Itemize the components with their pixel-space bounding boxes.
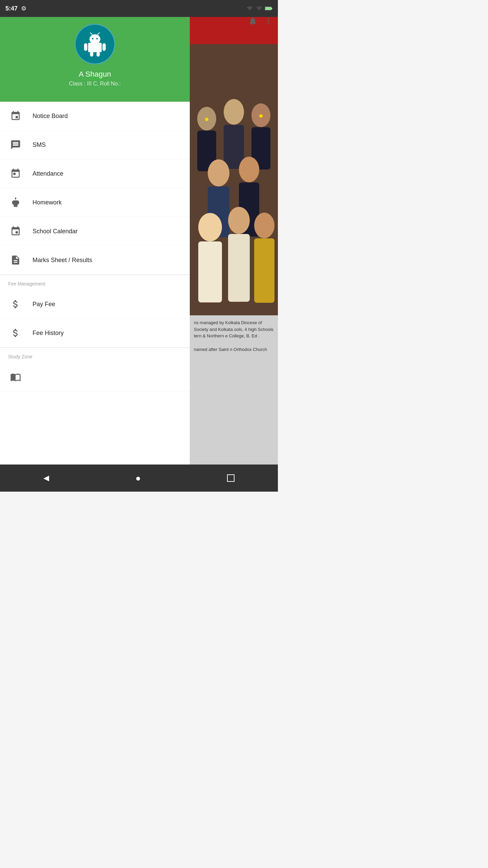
svg-rect-20	[271, 8, 272, 9]
svg-point-9	[239, 157, 259, 182]
more-options-icon[interactable]	[264, 17, 272, 27]
sidebar-item-homework[interactable]: Homework	[0, 188, 190, 217]
homework-label: Homework	[33, 199, 62, 206]
svg-point-26	[96, 38, 98, 40]
svg-rect-30	[102, 43, 106, 51]
svg-rect-21	[265, 7, 271, 9]
avatar	[75, 24, 115, 64]
marks-sheet-icon	[8, 253, 23, 268]
svg-rect-12	[198, 241, 222, 302]
svg-point-17	[205, 118, 208, 121]
pay-fee-icon	[8, 297, 23, 312]
study-zone-section-header: Study Zone	[0, 348, 190, 363]
svg-point-11	[198, 213, 222, 241]
notice-board-label: Notice Board	[33, 113, 68, 120]
svg-rect-23	[88, 43, 102, 52]
fee-history-label: Fee History	[33, 330, 64, 337]
bottom-nav: ◀ ●	[0, 465, 278, 492]
sidebar-item-marks-sheet[interactable]: Marks Sheet / Results	[0, 246, 190, 275]
school-calendar-label: School Calendar	[33, 228, 78, 235]
marks-sheet-label: Marks Sheet / Results	[33, 257, 92, 264]
menu-list: Notice Board SMS Attendance	[0, 102, 190, 492]
svg-rect-29	[84, 43, 87, 51]
notification-icon[interactable]	[248, 16, 258, 28]
school-calendar-icon	[8, 224, 23, 239]
svg-point-25	[92, 38, 94, 40]
home-button[interactable]: ●	[136, 473, 141, 484]
attendance-icon	[8, 166, 23, 181]
svg-point-13	[228, 207, 250, 234]
study-icon	[8, 370, 23, 384]
svg-rect-16	[254, 238, 274, 303]
svg-point-18	[259, 114, 263, 118]
svg-point-3	[224, 99, 244, 125]
fee-management-section-header: Fee Management	[0, 275, 190, 290]
recents-button[interactable]	[227, 474, 235, 482]
status-time: 5:47	[5, 5, 18, 12]
navigation-drawer: A Shagun Class : III C, Roll No.: Notice…	[0, 0, 190, 492]
homework-icon	[8, 195, 23, 210]
message-icon	[8, 137, 23, 152]
sms-label: SMS	[33, 141, 46, 149]
sidebar-item-school-calendar[interactable]: School Calendar	[0, 217, 190, 246]
svg-rect-32	[97, 52, 100, 56]
sidebar-item-pay-fee[interactable]: Pay Fee	[0, 290, 190, 319]
settings-icon: ⚙	[21, 5, 26, 12]
status-bar: 5:47 ⚙	[0, 0, 278, 17]
signal-icon	[256, 5, 262, 12]
pin-icon	[8, 108, 23, 123]
attendance-label: Attendance	[33, 170, 63, 177]
sidebar-item-attendance[interactable]: Attendance	[0, 159, 190, 188]
user-name: A Shagun	[79, 70, 111, 79]
svg-rect-31	[90, 52, 94, 56]
wifi-icon	[246, 5, 253, 12]
sidebar-item-study-zone[interactable]	[0, 363, 190, 392]
fee-history-icon	[8, 326, 23, 340]
battery-icon	[265, 6, 272, 11]
sidebar-item-sms[interactable]: SMS	[0, 131, 190, 159]
user-info: Class : III C, Roll No.:	[69, 81, 121, 87]
pay-fee-label: Pay Fee	[33, 301, 55, 308]
back-button[interactable]: ◀	[43, 474, 49, 482]
svg-point-7	[208, 159, 229, 186]
svg-point-15	[254, 213, 274, 238]
svg-point-24	[89, 34, 100, 44]
svg-rect-14	[228, 234, 250, 302]
sidebar-item-notice-board[interactable]: Notice Board	[0, 102, 190, 131]
sidebar-item-fee-history[interactable]: Fee History	[0, 319, 190, 348]
